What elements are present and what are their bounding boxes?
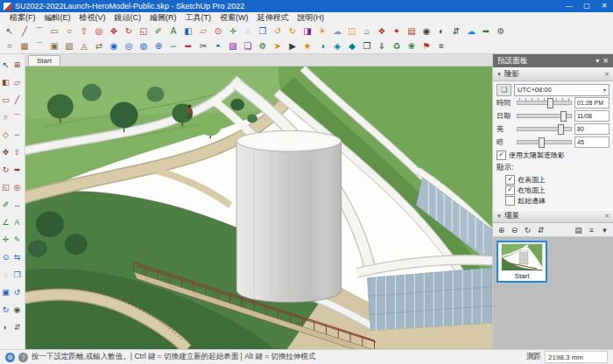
scenes-section-header[interactable]: ▼ 場景 ✕ bbox=[493, 209, 613, 223]
select-tool-icon[interactable]: ↖ bbox=[0, 56, 11, 74]
move-scene-button[interactable]: ⇵ bbox=[535, 225, 546, 235]
layout-icon[interactable]: ▤ bbox=[405, 24, 419, 38]
timezone-select[interactable]: UTC+08:00 ▾ bbox=[514, 84, 609, 96]
light-slider-thumb[interactable] bbox=[558, 124, 564, 135]
help-icon[interactable]: ? bbox=[18, 353, 28, 362]
scenes-close-icon[interactable]: ✕ bbox=[604, 213, 609, 220]
light-value-field[interactable]: 80 bbox=[574, 123, 609, 135]
purge-icon[interactable]: ♻ bbox=[390, 39, 404, 52]
vray-icon[interactable]: ◈ bbox=[330, 39, 344, 52]
offset-tool-icon[interactable]: ◎ bbox=[92, 24, 106, 38]
model-view[interactable] bbox=[25, 66, 492, 349]
solid-union-icon[interactable]: ◉ bbox=[107, 39, 121, 52]
use-sun-checkbox[interactable]: ✓ bbox=[497, 150, 506, 160]
close-button[interactable]: ✕ bbox=[595, 0, 613, 12]
zoom-extents-icon[interactable]: ❒ bbox=[256, 24, 270, 38]
rotate-tool-icon[interactable]: ↻ bbox=[0, 161, 11, 178]
interact-tool-icon[interactable]: ➤ bbox=[271, 39, 285, 52]
paint-bucket-icon[interactable]: ◧ bbox=[0, 74, 11, 91]
circle-tool-icon[interactable]: ○ bbox=[0, 108, 11, 126]
measurement-input[interactable]: 2198.3 mm bbox=[545, 351, 608, 363]
select-tool-icon[interactable]: ↖ bbox=[3, 24, 17, 38]
display-option-checkbox[interactable] bbox=[505, 196, 515, 206]
extension-warehouse-icon[interactable]: ✦ bbox=[390, 24, 404, 38]
zoom-window-icon[interactable]: ❒ bbox=[11, 266, 23, 284]
3d-text-tool-icon[interactable]: ✎ bbox=[11, 231, 23, 248]
styles-icon[interactable]: ◨ bbox=[300, 24, 314, 38]
time-slider-thumb[interactable] bbox=[547, 98, 553, 108]
fog-icon[interactable]: ☁ bbox=[330, 24, 344, 38]
paint-bucket-icon[interactable]: ◧ bbox=[181, 24, 195, 38]
eraser-tool-icon[interactable]: ▱ bbox=[196, 24, 210, 38]
line-tool-icon[interactable]: ╱ bbox=[18, 24, 32, 38]
light-slider[interactable] bbox=[517, 127, 572, 131]
move-tool-icon[interactable]: ✥ bbox=[107, 24, 121, 38]
dark-slider-thumb[interactable] bbox=[539, 137, 545, 148]
push-pull-tool-icon[interactable]: ⇧ bbox=[77, 24, 91, 38]
cylinder-tower[interactable] bbox=[236, 130, 342, 302]
cleanup-icon[interactable]: ❀ bbox=[405, 39, 419, 52]
minimize-button[interactable]: — bbox=[560, 0, 578, 12]
cloud-icon[interactable]: ☁ bbox=[464, 24, 478, 38]
rectangle-tool-icon[interactable]: ▭ bbox=[47, 24, 61, 38]
position-camera-icon[interactable]: ◉ bbox=[11, 301, 23, 318]
walk-tool-icon[interactable]: ⇵ bbox=[449, 24, 463, 38]
match-photo-icon[interactable]: ▨ bbox=[226, 39, 240, 52]
scene-tab-start[interactable]: Start bbox=[28, 55, 60, 66]
outliner-icon[interactable]: ≡ bbox=[434, 39, 448, 52]
outer-shell-icon[interactable]: ◓ bbox=[211, 39, 225, 52]
rotate-tool-icon[interactable]: ↻ bbox=[122, 24, 136, 38]
add-detail-icon[interactable]: ◬ bbox=[77, 39, 91, 52]
3d-warehouse-icon[interactable]: ❖ bbox=[375, 24, 389, 38]
shadows-section-header[interactable]: ▼ 陰影 ✕ bbox=[493, 67, 613, 81]
menu-window[interactable]: 視窗(W) bbox=[215, 12, 253, 24]
share-icon[interactable]: ➥ bbox=[479, 24, 493, 38]
circle-tool-icon[interactable]: ○ bbox=[62, 24, 76, 38]
push-pull-tool-icon[interactable]: ⇧ bbox=[11, 144, 23, 161]
scene-item[interactable]: Start bbox=[497, 241, 547, 283]
dark-value-field[interactable]: 45 bbox=[574, 136, 609, 148]
orbit-tool-icon[interactable]: ⊙ bbox=[211, 24, 225, 38]
orbit-tool-icon[interactable]: ⊙ bbox=[0, 248, 11, 266]
model-canvas[interactable] bbox=[25, 66, 492, 349]
next-view-icon[interactable]: ↻ bbox=[0, 301, 11, 318]
solid-intersect-icon[interactable]: ⊕ bbox=[151, 39, 166, 52]
look-around-icon[interactable]: ◐ bbox=[434, 24, 448, 38]
time-slider[interactable] bbox=[517, 101, 572, 105]
stamp-icon[interactable]: ▣ bbox=[47, 39, 61, 52]
line-tool-icon[interactable]: ╱ bbox=[11, 91, 23, 108]
zoom-tool-icon[interactable]: ◌ bbox=[241, 24, 255, 38]
from-contours-icon[interactable]: ≈ bbox=[3, 39, 17, 52]
soften-edges-icon[interactable]: ∽ bbox=[166, 39, 180, 52]
arc-tool-icon[interactable]: ⌒ bbox=[32, 24, 46, 38]
follow-me-icon[interactable]: ➥ bbox=[181, 39, 195, 52]
twinmotion-icon[interactable]: ◆ bbox=[345, 39, 359, 52]
maximize-button[interactable]: ▢ bbox=[578, 0, 595, 12]
menu-tools[interactable]: 工具(T) bbox=[181, 12, 216, 24]
spacer[interactable] bbox=[569, 225, 571, 235]
move-tool-icon[interactable]: ✥ bbox=[0, 144, 11, 161]
dark-slider[interactable] bbox=[517, 140, 572, 144]
menu-extensions[interactable]: 延伸程式 bbox=[253, 12, 293, 24]
tape-measure-icon[interactable]: ✐ bbox=[151, 24, 166, 38]
pan-tool-icon[interactable]: ✛ bbox=[226, 24, 240, 38]
walk-tool-icon[interactable]: ⇵ bbox=[11, 318, 23, 336]
eraser-tool-icon[interactable]: ▱ bbox=[11, 74, 23, 91]
date-slider[interactable] bbox=[517, 114, 572, 118]
from-scratch-icon[interactable]: ▦ bbox=[18, 39, 32, 52]
axes-tool-icon[interactable]: ✛ bbox=[0, 231, 11, 248]
pan-tool-icon[interactable]: ⇆ bbox=[11, 248, 23, 266]
polygon-tool-icon[interactable]: ◇ bbox=[0, 126, 11, 144]
solid-trim-icon[interactable]: ◍ bbox=[137, 39, 151, 52]
scale-tool-icon[interactable]: ◱ bbox=[137, 24, 151, 38]
display-option-checkbox[interactable]: ✓ bbox=[505, 186, 515, 195]
add-scene-button[interactable]: ⊕ bbox=[496, 225, 507, 235]
enscape-icon[interactable]: ◑ bbox=[315, 39, 329, 52]
menu-draw[interactable]: 繪圖(R) bbox=[145, 12, 181, 24]
menu-edit[interactable]: 編輯(E) bbox=[40, 12, 75, 24]
make-component-icon[interactable]: ⊞ bbox=[11, 56, 23, 74]
tray-close-icon[interactable]: ✕ bbox=[602, 57, 609, 65]
tray-menu-icon[interactable]: ▾ bbox=[595, 57, 599, 65]
geolocation-icon[interactable]: ◍ bbox=[5, 353, 15, 362]
dimension-tool-icon[interactable]: ↔ bbox=[11, 196, 23, 214]
